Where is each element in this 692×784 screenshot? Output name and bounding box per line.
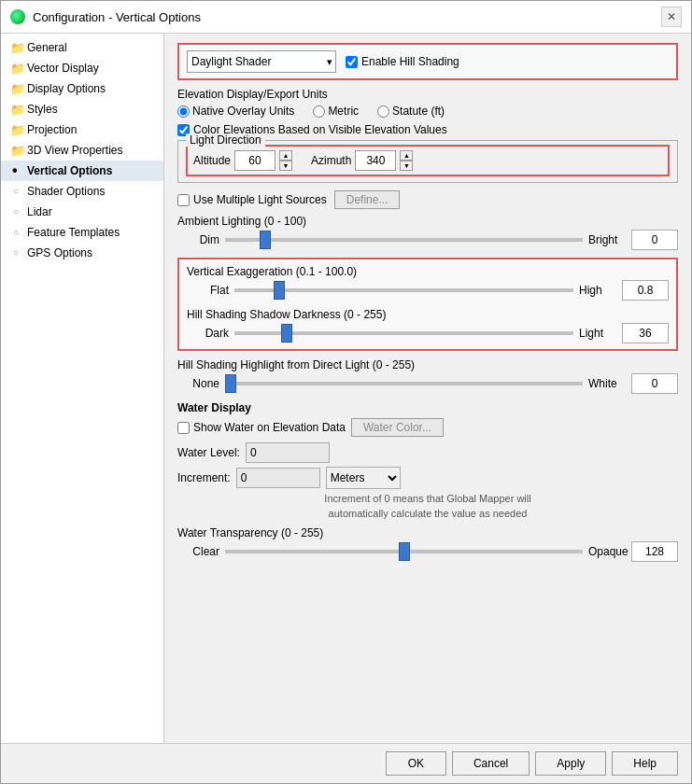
multi-light-label[interactable]: Use Multiple Light Sources [177, 193, 327, 206]
close-button[interactable]: ✕ [661, 7, 682, 27]
azimuth-input[interactable] [355, 150, 396, 171]
water-color-button[interactable]: Water Color... [351, 418, 444, 437]
sidebar-item-projection[interactable]: 📁 Projection [1, 119, 163, 140]
sidebar-item-shader-options[interactable]: ○ Shader Options [1, 181, 163, 202]
show-water-text: Show Water on Elevation Data [193, 421, 346, 434]
water-level-label: Water Level: [177, 446, 240, 459]
flat-label: Flat [187, 284, 229, 297]
transparency-slider-row: Clear Opaque [177, 541, 678, 562]
water-level-input[interactable] [246, 442, 330, 463]
light-label: Light [579, 327, 616, 340]
increment-label: Increment: [177, 471, 231, 484]
radio-metric[interactable]: Metric [313, 105, 359, 118]
sidebar-item-styles[interactable]: 📁 Styles [1, 99, 163, 119]
ambient-label: Ambient Lighting (0 - 100) [177, 215, 678, 228]
show-water-checkbox[interactable] [177, 422, 190, 434]
highlight-slider-row: None White [177, 373, 678, 394]
light-dir-row: Altitude ▲ ▼ Azimuth ▲ ▼ [186, 145, 670, 176]
ambient-slider-row: Dim Bright [177, 230, 678, 250]
altitude-input[interactable] [234, 150, 275, 171]
dim-label: Dim [177, 233, 219, 246]
multi-light-checkbox[interactable] [177, 194, 190, 206]
shadow-slider[interactable] [234, 331, 573, 335]
altitude-down-btn[interactable]: ▼ [279, 161, 292, 171]
radio-native-input[interactable] [177, 105, 190, 118]
enable-hill-shading-text: Enable Hill Shading [361, 55, 459, 68]
ok-button[interactable]: OK [386, 751, 446, 776]
sidebar-item-3d-view[interactable]: 📁 3D View Properties [1, 140, 163, 161]
water-display-section: Water Display Show Water on Elevation Da… [177, 401, 678, 562]
transparency-slider[interactable] [225, 550, 583, 553]
multi-light-text: Use Multiple Light Sources [193, 193, 327, 206]
radio-statute[interactable]: Statute (ft) [377, 105, 445, 118]
azimuth-up-btn[interactable]: ▲ [400, 150, 413, 161]
title-bar: Configuration - Vertical Options ✕ [1, 1, 691, 34]
folder-icon-4: 📁 [10, 103, 25, 117]
highlight-slider[interactable] [225, 382, 583, 385]
enable-hill-shading-label[interactable]: Enable Hill Shading [346, 55, 459, 68]
azimuth-spin-buttons: ▲ ▼ [400, 150, 413, 171]
define-button[interactable]: Define... [334, 190, 401, 209]
azimuth-down-btn[interactable]: ▼ [400, 161, 413, 171]
sidebar-item-feature-templates[interactable]: ○ Feature Templates [1, 222, 163, 243]
vert-exag-value-input[interactable] [622, 280, 669, 301]
shadow-value-input[interactable] [622, 323, 669, 343]
sidebar-item-gps[interactable]: ○ GPS Options [1, 243, 163, 263]
light-direction-title: Light Direction [186, 133, 265, 147]
azimuth-label: Azimuth [311, 154, 351, 167]
window: Configuration - Vertical Options ✕ 📁 Gen… [0, 0, 692, 784]
bright-label: Bright [588, 233, 626, 246]
circle-icon-1: ○ [13, 187, 19, 196]
radio-native[interactable]: Native Overlay Units [177, 105, 294, 118]
units-select[interactable]: Meters [326, 467, 401, 489]
none-label: None [177, 377, 219, 390]
enable-hill-shading-checkbox[interactable] [346, 56, 358, 68]
ambient-slider[interactable] [225, 238, 583, 242]
cancel-button[interactable]: Cancel [452, 751, 530, 776]
transparency-value-input[interactable] [631, 541, 678, 562]
circle-icon-4: ○ [13, 248, 19, 258]
daylight-shader-row: Daylight Shader Custom Shader No Shader … [177, 43, 678, 80]
sidebar-label-display: Display Options [27, 82, 106, 95]
highlight-value-input[interactable] [631, 373, 678, 394]
radio-statute-text: Statute (ft) [392, 105, 445, 118]
radio-statute-input[interactable] [377, 105, 389, 118]
water-level-row: Water Level: [177, 442, 678, 463]
increment-input[interactable] [236, 468, 320, 488]
ambient-lighting-section: Ambient Lighting (0 - 100) Dim Bright [177, 215, 678, 250]
show-water-label[interactable]: Show Water on Elevation Data [177, 421, 346, 434]
ambient-value-input[interactable] [631, 230, 678, 250]
shadow-label: Hill Shading Shadow Darkness (0 - 255) [187, 308, 669, 321]
window-title: Configuration - Vertical Options [33, 10, 201, 24]
water-transparency-label: Water Transparency (0 - 255) [177, 526, 678, 539]
sidebar-label-3d: 3D View Properties [27, 144, 123, 157]
sidebar-item-display-options[interactable]: 📁 Display Options [1, 78, 163, 99]
elevation-units-label: Elevation Display/Export Units [177, 88, 678, 101]
circle-icon-2: ○ [13, 207, 19, 217]
high-label: High [579, 284, 616, 297]
folder-icon: 📁 [10, 41, 25, 55]
vert-exag-shadow-box: Vertical Exaggeration (0.1 - 100.0) Flat… [177, 258, 678, 351]
sidebar-item-vector-display[interactable]: 📁 Vector Display [1, 58, 163, 78]
sidebar-item-vertical-options[interactable]: • Vertical Options [1, 161, 163, 181]
azimuth-spinbox: Azimuth ▲ ▼ [311, 150, 413, 171]
opaque-label: Opaque [588, 545, 626, 558]
apply-button[interactable]: Apply [535, 751, 606, 776]
radio-native-text: Native Overlay Units [192, 105, 294, 118]
dark-label: Dark [187, 327, 229, 340]
altitude-label: Altitude [193, 154, 231, 167]
altitude-up-btn[interactable]: ▲ [279, 150, 292, 161]
sidebar-label-styles: Styles [27, 103, 58, 116]
radio-metric-input[interactable] [313, 105, 325, 118]
sidebar-label-projection: Projection [27, 123, 77, 136]
light-direction-group: Light Direction Altitude ▲ ▼ Azimuth [177, 140, 678, 183]
sidebar-label-vector: Vector Display [27, 62, 99, 75]
sidebar: 📁 General 📁 Vector Display 📁 Display Opt… [1, 34, 164, 743]
app-icon [10, 9, 25, 24]
sidebar-item-general[interactable]: 📁 General [1, 37, 163, 58]
help-button[interactable]: Help [612, 751, 678, 776]
sidebar-item-lidar[interactable]: ○ Lidar [1, 202, 163, 222]
title-bar-left: Configuration - Vertical Options [10, 9, 201, 24]
daylight-shader-select[interactable]: Daylight Shader Custom Shader No Shader [187, 50, 336, 73]
vert-exag-slider[interactable] [234, 288, 573, 292]
